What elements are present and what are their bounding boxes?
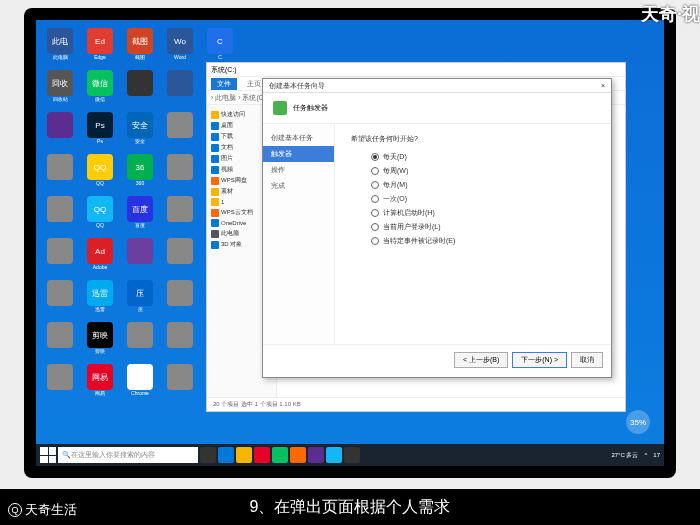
trigger-option[interactable]: 每天(D) bbox=[351, 152, 595, 162]
desktop-icon[interactable]: QQQQ bbox=[84, 196, 116, 234]
wizard-nav-item[interactable]: 操作 bbox=[263, 162, 334, 178]
watermark-bottom-left: Q 天奇生活 bbox=[8, 501, 77, 519]
wizard-nav-item[interactable]: 完成 bbox=[263, 178, 334, 194]
desktop-icon[interactable]: 截图截图 bbox=[124, 28, 156, 66]
app4-icon[interactable] bbox=[344, 447, 360, 463]
video-caption: 9、在弹出页面根据个人需求 bbox=[0, 489, 700, 525]
watermark-top-right: 天奇·视 bbox=[641, 2, 700, 26]
ribbon-file-tab[interactable]: 文件 bbox=[211, 78, 237, 90]
wizard-nav-item[interactable]: 创建基本任务 bbox=[263, 130, 334, 146]
radio-icon[interactable] bbox=[371, 153, 379, 161]
wizard-question: 希望该任务何时开始? bbox=[351, 134, 595, 144]
radio-icon[interactable] bbox=[371, 181, 379, 189]
radio-icon[interactable] bbox=[371, 237, 379, 245]
taskbar-search[interactable]: 🔍 在这里输入你要搜索的内容 bbox=[58, 447, 198, 463]
ribbon-home-tab[interactable]: 主页 bbox=[247, 79, 261, 89]
desktop-icon[interactable]: WoWord bbox=[164, 28, 196, 66]
radio-icon[interactable] bbox=[371, 167, 379, 175]
wizard-nav-item[interactable]: 触发器 bbox=[263, 146, 334, 162]
wizard-footer: < 上一步(B) 下一步(N) > 取消 bbox=[263, 344, 611, 374]
desktop-icon[interactable] bbox=[164, 154, 196, 192]
edge-icon[interactable] bbox=[218, 447, 234, 463]
desktop-icon[interactable]: 网易网易 bbox=[84, 364, 116, 402]
trigger-option[interactable]: 当前用户登录时(L) bbox=[351, 222, 595, 232]
app-icon[interactable] bbox=[254, 447, 270, 463]
desktop-icon[interactable]: 剪映剪映 bbox=[84, 322, 116, 360]
desktop-icon[interactable]: 36360 bbox=[124, 154, 156, 192]
wizard-titlebar[interactable]: 创建基本任务向导 × bbox=[263, 79, 611, 93]
watermark-bottom-text: 天奇生活 bbox=[25, 501, 77, 519]
desktop-icon[interactable]: AdAdobe bbox=[84, 238, 116, 276]
task-wizard-dialog: 创建基本任务向导 × 任务触发器 创建基本任务触发器操作完成 希望该任务何时开始… bbox=[262, 78, 612, 378]
desktop-icon[interactable]: 此电此电脑 bbox=[44, 28, 76, 66]
desktop-icon[interactable] bbox=[164, 196, 196, 234]
app3-icon[interactable] bbox=[326, 447, 342, 463]
back-button[interactable]: < 上一步(B) bbox=[454, 352, 508, 368]
wizard-header: 任务触发器 bbox=[263, 93, 611, 124]
trigger-option[interactable]: 每周(W) bbox=[351, 166, 595, 176]
option-label: 计算机启动时(H) bbox=[383, 208, 435, 218]
close-icon[interactable]: × bbox=[601, 82, 605, 89]
trigger-option[interactable]: 当特定事件被记录时(E) bbox=[351, 236, 595, 246]
watermark-logo-icon: Q bbox=[8, 503, 22, 517]
desktop-icon[interactable]: QQQQ bbox=[84, 154, 116, 192]
desktop-icon[interactable] bbox=[44, 154, 76, 192]
desktop-icon[interactable] bbox=[44, 196, 76, 234]
option-label: 当前用户登录时(L) bbox=[383, 222, 441, 232]
desktop-icon[interactable] bbox=[164, 70, 196, 108]
trigger-option[interactable]: 一次(O) bbox=[351, 194, 595, 204]
desktop-icon[interactable] bbox=[164, 364, 196, 402]
next-button[interactable]: 下一步(N) > bbox=[512, 352, 567, 368]
desktop-icon[interactable] bbox=[44, 238, 76, 276]
radio-icon[interactable] bbox=[371, 209, 379, 217]
desktop-icon[interactable]: 微信微信 bbox=[84, 70, 116, 108]
desktop-screen: 此电此电脑EdEdge截图截图WoWordCC回收回收站微信微信PsPs安全安全… bbox=[36, 20, 664, 466]
search-placeholder: 在这里输入你要搜索的内容 bbox=[71, 450, 155, 460]
wizard-title-text: 创建基本任务向导 bbox=[269, 81, 325, 91]
radio-icon[interactable] bbox=[371, 223, 379, 231]
desktop-icon[interactable]: EdEdge bbox=[84, 28, 116, 66]
tray-chevron-icon[interactable]: ^ bbox=[644, 452, 647, 458]
desktop-icon[interactable] bbox=[44, 280, 76, 318]
app2-icon[interactable] bbox=[308, 447, 324, 463]
start-button[interactable] bbox=[40, 447, 56, 463]
desktop-icon[interactable] bbox=[164, 238, 196, 276]
desktop-icon[interactable]: PsPs bbox=[84, 112, 116, 150]
trigger-option[interactable]: 计算机启动时(H) bbox=[351, 208, 595, 218]
option-label: 当特定事件被记录时(E) bbox=[383, 236, 455, 246]
taskbar: 🔍 在这里输入你要搜索的内容 27°C 多云 ^ 17 bbox=[36, 444, 664, 466]
desktop-icon[interactable] bbox=[44, 112, 76, 150]
desktop-icon[interactable] bbox=[44, 364, 76, 402]
option-label: 一次(O) bbox=[383, 194, 407, 204]
wps-icon[interactable] bbox=[290, 447, 306, 463]
desktop-icon[interactable] bbox=[44, 322, 76, 360]
trigger-option[interactable]: 每月(M) bbox=[351, 180, 595, 190]
desktop-icon[interactable] bbox=[164, 280, 196, 318]
monitor-frame: 此电此电脑EdEdge截图截图WoWordCC回收回收站微信微信PsPs安全安全… bbox=[24, 8, 676, 478]
clock-time[interactable]: 17 bbox=[653, 452, 660, 458]
explorer-titlebar[interactable]: 系统(C:) bbox=[207, 63, 625, 77]
desktop-icon[interactable] bbox=[124, 238, 156, 276]
weather-widget[interactable]: 27°C 多云 bbox=[611, 451, 638, 460]
taskbar-tray[interactable]: 27°C 多云 ^ 17 bbox=[611, 451, 660, 460]
progress-badge: 35% bbox=[626, 410, 650, 434]
cancel-button[interactable]: 取消 bbox=[571, 352, 603, 368]
desktop-icon[interactable]: 迅雷迅雷 bbox=[84, 280, 116, 318]
desktop-icon[interactable]: CC bbox=[204, 28, 236, 66]
search-icon: 🔍 bbox=[62, 451, 71, 459]
desktop-icon[interactable] bbox=[164, 322, 196, 360]
desktop-icon[interactable] bbox=[124, 70, 156, 108]
desktop-icon[interactable]: 百度百度 bbox=[124, 196, 156, 234]
task-view-icon[interactable] bbox=[200, 447, 216, 463]
option-label: 每月(M) bbox=[383, 180, 408, 190]
desktop-icon[interactable]: ChChrome bbox=[124, 364, 156, 402]
wechat-icon[interactable] bbox=[272, 447, 288, 463]
desktop-icon[interactable]: 压压 bbox=[124, 280, 156, 318]
desktop-icon[interactable] bbox=[164, 112, 196, 150]
explorer-icon[interactable] bbox=[236, 447, 252, 463]
desktop-icon[interactable]: 安全安全 bbox=[124, 112, 156, 150]
wizard-header-icon bbox=[273, 101, 287, 115]
desktop-icon[interactable] bbox=[124, 322, 156, 360]
radio-icon[interactable] bbox=[371, 195, 379, 203]
desktop-icon[interactable]: 回收回收站 bbox=[44, 70, 76, 108]
